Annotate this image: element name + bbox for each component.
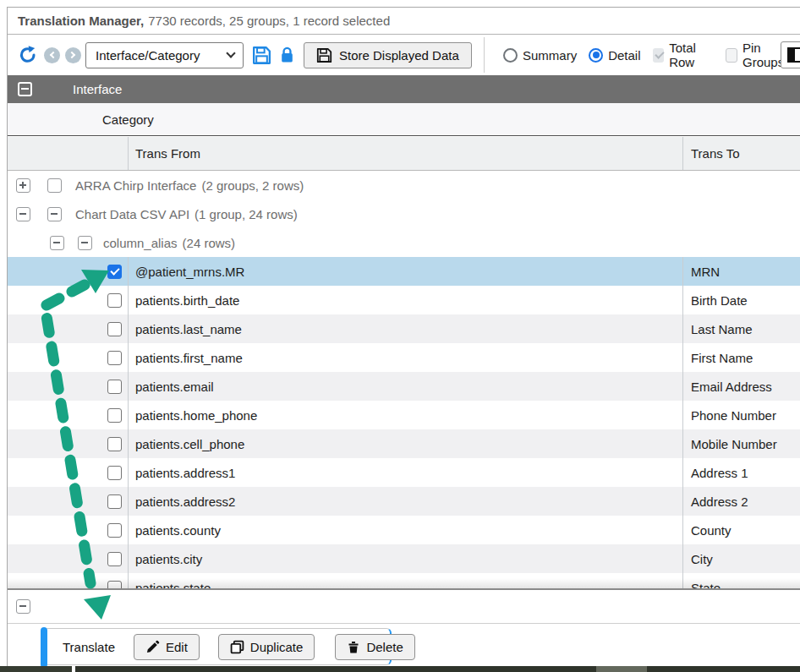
trans-to-cell[interactable]: Mobile Number [682, 429, 800, 458]
row-checkbox-cell [8, 343, 128, 372]
table-row[interactable]: patients.birth_date Birth Date [8, 286, 800, 314]
translate-accent-bar [41, 627, 47, 668]
summary-radio-group[interactable]: Summary [503, 48, 577, 63]
trans-from-cell[interactable]: patients.city [128, 544, 682, 573]
group-checkbox[interactable] [47, 207, 62, 221]
record-summary: 7730 records, 25 groups, 1 record select… [148, 14, 390, 28]
trans-to-cell[interactable]: Address 2 [682, 487, 800, 516]
trans-from-cell[interactable]: patients.address1 [128, 458, 682, 487]
row-checkbox[interactable] [107, 265, 122, 279]
group-count: (2 groups, 2 rows) [201, 178, 304, 193]
trans-from-cell[interactable]: patients.home_phone [128, 401, 682, 429]
detail-radio-group[interactable]: Detail [589, 48, 640, 63]
trans-to-cell[interactable]: Email Address [682, 372, 800, 401]
row-checkbox[interactable] [107, 466, 122, 480]
interface-group-label: Interface [73, 82, 122, 96]
trans-from-cell[interactable]: patients.email [128, 372, 682, 401]
scrollbar-thumb[interactable] [596, 666, 647, 672]
trans-from-cell[interactable]: patients.cell_phone [128, 429, 682, 458]
trans-from-cell[interactable]: patients.first_name [128, 343, 682, 372]
nav-back-icon[interactable] [44, 47, 60, 63]
bottom-scrollbar[interactable] [75, 666, 800, 672]
row-checkbox-cell [8, 487, 128, 516]
duplicate-button[interactable]: Duplicate [218, 634, 315, 660]
trans-to-cell[interactable]: MRN [682, 257, 800, 286]
grouping-select[interactable]: Interface/Category [85, 42, 244, 68]
edit-button[interactable]: Edit [134, 634, 200, 660]
row-checkbox[interactable] [107, 408, 122, 423]
summary-radio[interactable] [503, 48, 518, 63]
trans-to-cell[interactable]: Last Name [682, 314, 800, 343]
row-checkbox-cell [8, 286, 128, 314]
table-row[interactable]: patients.state State [8, 573, 800, 588]
table-row[interactable]: patients.first_name First Name [8, 343, 800, 372]
refresh-icon[interactable] [18, 45, 38, 65]
total-row-checkbox[interactable] [653, 48, 665, 63]
save-view-icon[interactable] [252, 46, 271, 65]
bottom-strip-left [0, 666, 72, 672]
delete-button[interactable]: Delete [335, 634, 414, 660]
toggle-columns-button[interactable] [781, 41, 800, 68]
table-row[interactable]: @patient_mrns.MR MRN [8, 257, 800, 286]
table-row[interactable]: patients.address2 Address 2 [8, 487, 800, 516]
row-checkbox[interactable] [107, 351, 122, 365]
row-checkbox[interactable] [107, 552, 122, 566]
row-checkbox-cell [8, 544, 128, 573]
group-label: column_alias [103, 236, 178, 250]
table-row[interactable]: patients.cell_phone Mobile Number [8, 429, 800, 458]
expand-collapse-icon[interactable] [16, 207, 30, 221]
expand-collapse-icon[interactable] [50, 236, 64, 250]
detail-radio-label: Detail [608, 48, 640, 63]
group-checkbox[interactable] [78, 236, 92, 250]
row-checkbox[interactable] [107, 581, 122, 589]
trans-to-cell[interactable]: Address 1 [682, 458, 800, 487]
row-checkbox[interactable] [107, 523, 122, 538]
nav-forward-icon[interactable] [65, 47, 81, 63]
trans-from-cell[interactable]: patients.address2 [128, 487, 682, 516]
header-indent-cell [8, 137, 128, 170]
detail-radio[interactable] [589, 48, 603, 63]
trans-from-cell[interactable]: patients.state [128, 573, 682, 588]
expand-collapse-icon[interactable] [16, 178, 30, 193]
row-checkbox-cell [8, 458, 128, 487]
lock-icon[interactable] [278, 46, 296, 64]
pin-groups-checkbox[interactable] [726, 48, 737, 63]
grid-rows: ARRA Chirp Interface (2 groups, 2 rows) … [8, 171, 800, 588]
trans-to-cell[interactable]: State [682, 573, 800, 588]
trans-to-cell[interactable]: City [682, 544, 800, 573]
row-checkbox[interactable] [107, 322, 122, 336]
pencil-icon [145, 640, 160, 654]
row-checkbox[interactable] [107, 293, 122, 308]
table-row[interactable]: patients.city City [8, 544, 800, 573]
trans-to-cell[interactable]: Phone Number [682, 401, 800, 429]
group-row[interactable]: ARRA Chirp Interface (2 groups, 2 rows) [8, 171, 800, 199]
trans-from-cell[interactable]: patients.last_name [128, 314, 682, 343]
bottom-panel-collapse-icon[interactable] [16, 599, 30, 614]
table-row[interactable]: patients.county County [8, 516, 800, 544]
collapse-all-icon[interactable] [18, 82, 32, 96]
app-window: Translation Manager, 7730 records, 25 gr… [7, 7, 800, 667]
group-row[interactable]: column_alias (24 rows) [8, 228, 800, 257]
toolbar: Interface/Category [8, 35, 800, 75]
trans-from-cell[interactable]: patients.birth_date [128, 286, 682, 314]
trans-from-cell[interactable]: patients.county [128, 516, 682, 544]
table-row[interactable]: patients.last_name Last Name [8, 314, 800, 343]
translation-manager-screen: Translation Manager, 7730 records, 25 gr… [0, 0, 800, 672]
row-checkbox[interactable] [107, 494, 122, 509]
total-row-checkbox-group[interactable]: Total Row [653, 41, 714, 69]
duplicate-button-label: Duplicate [250, 640, 304, 654]
group-row[interactable]: Chart Data CSV API (1 group, 24 rows) [8, 199, 800, 228]
group-checkbox[interactable] [47, 178, 62, 193]
row-checkbox[interactable] [107, 380, 122, 394]
row-checkbox[interactable] [107, 437, 122, 451]
header-trans-to[interactable]: Trans To [682, 137, 800, 170]
trans-to-cell[interactable]: Birth Date [682, 286, 800, 314]
table-row[interactable]: patients.address1 Address 1 [8, 458, 800, 487]
trans-to-cell[interactable]: County [682, 516, 800, 544]
header-trans-from[interactable]: Trans From [128, 137, 682, 170]
trans-to-cell[interactable]: First Name [682, 343, 800, 372]
table-row[interactable]: patients.home_phone Phone Number [8, 401, 800, 429]
trans-from-cell[interactable]: @patient_mrns.MR [128, 257, 682, 286]
table-row[interactable]: patients.email Email Address [8, 372, 800, 401]
store-displayed-data-button[interactable]: Store Displayed Data [304, 42, 472, 68]
